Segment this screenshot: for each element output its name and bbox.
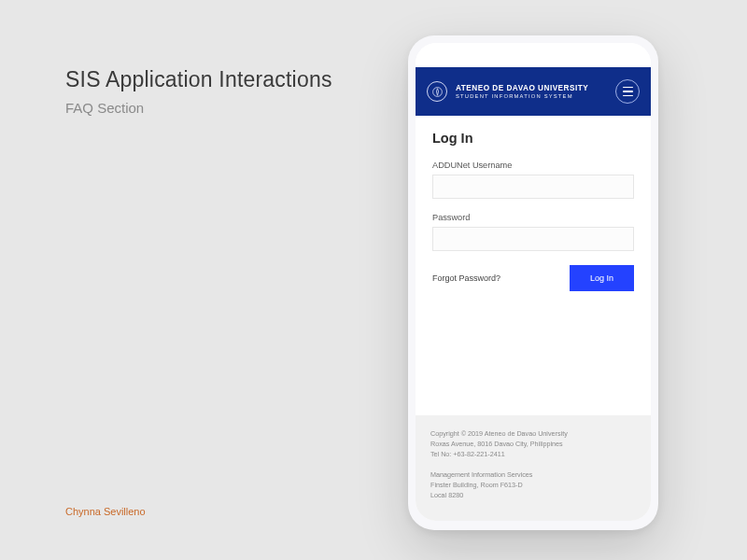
password-label: Password — [432, 213, 634, 222]
username-field-group: ADDUNet Username — [432, 161, 634, 199]
footer-address: Roxas Avenue, 8016 Davao City, Philippin… — [430, 439, 636, 449]
login-action-row: Forgot Password? Log In — [432, 265, 634, 291]
footer-tel: Tel No: +63-82-221-2411 — [430, 449, 636, 459]
app-header: ATENEO DE DAVAO UNIVERSITY STUDENT INFOR… — [416, 67, 651, 116]
username-label: ADDUNet Username — [432, 161, 634, 170]
presentation-title: SIS Application Interactions — [65, 67, 332, 92]
university-seal-icon — [427, 81, 447, 102]
footer-copyright: Copyright © 2019 Ateneo de Davao Univers… — [430, 428, 636, 439]
content-spacer — [416, 301, 651, 415]
footer-room: Finster Building, Room F613-D — [430, 480, 636, 490]
presentation-title-block: SIS Application Interactions FAQ Section — [65, 67, 332, 116]
brand-text: ATENEO DE DAVAO UNIVERSITY STUDENT INFOR… — [456, 84, 607, 99]
status-bar — [416, 43, 651, 67]
footer-local: Local 8280 — [430, 490, 636, 500]
brand-line-1: ATENEO DE DAVAO UNIVERSITY — [456, 84, 607, 92]
phone-mockup: ATENEO DE DAVAO UNIVERSITY STUDENT INFOR… — [408, 35, 658, 530]
password-input[interactable] — [432, 227, 634, 251]
hamburger-icon — [623, 87, 633, 89]
presentation-subtitle: FAQ Section — [65, 100, 332, 116]
username-input[interactable] — [432, 175, 634, 199]
footer-org-block: Copyright © 2019 Ateneo de Davao Univers… — [430, 428, 636, 459]
author-credit: Chynna Sevilleno — [65, 506, 146, 517]
login-card: Log In ADDUNet Username Password Forgot … — [416, 116, 651, 301]
app-footer: Copyright © 2019 Ateneo de Davao Univers… — [416, 415, 651, 521]
footer-dept: Management Information Services — [430, 469, 636, 480]
phone-screen: ATENEO DE DAVAO UNIVERSITY STUDENT INFOR… — [416, 43, 651, 521]
footer-dept-block: Management Information Services Finster … — [430, 469, 636, 500]
forgot-password-link[interactable]: Forgot Password? — [432, 273, 500, 283]
login-button[interactable]: Log In — [570, 265, 634, 291]
menu-button[interactable] — [615, 79, 640, 104]
login-heading: Log In — [432, 131, 634, 146]
brand-line-2: STUDENT INFORMATION SYSTEM — [456, 93, 607, 99]
password-field-group: Password — [432, 213, 634, 251]
